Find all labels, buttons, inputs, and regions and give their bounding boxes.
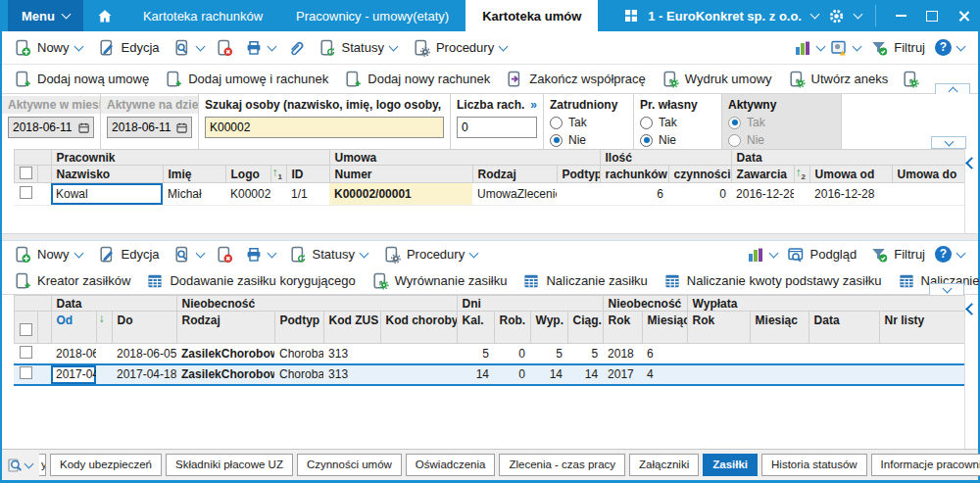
delete-record-button[interactable] [210, 243, 239, 266]
cell-data-wyplata[interactable] [808, 344, 879, 364]
cell-ciag[interactable]: 14 [567, 364, 603, 385]
col-header-wyp[interactable]: Wyp. [530, 312, 567, 344]
cell-wyp[interactable]: 5 [530, 344, 567, 364]
search-record-button[interactable] [168, 243, 210, 266]
cell-rodzaj[interactable]: ZasilekChorobowy [176, 344, 274, 364]
col-header-imie[interactable]: Imię [163, 166, 225, 183]
chevron-down-icon[interactable] [816, 41, 826, 51]
cell-id[interactable]: 1/1 [286, 183, 329, 206]
bottom-tab-informacje-pracownika[interactable]: Informacje pracownika [871, 454, 980, 476]
employed-no-option[interactable]: Nie [550, 131, 627, 149]
chevron-down-icon[interactable] [195, 248, 205, 258]
benefit-equalization-button[interactable]: Wyrównanie zasiłku [364, 269, 515, 293]
gear-icon[interactable] [828, 8, 845, 24]
bottom-tab-zlecenia-czas-pracy[interactable]: Zlecenia - czas pracy [499, 454, 625, 476]
row-checkbox[interactable] [14, 344, 37, 364]
new-button[interactable]: Nowy [6, 243, 90, 266]
cell-kod-choroby[interactable] [380, 364, 457, 385]
search-record-button[interactable] [168, 36, 210, 60]
table-row[interactable]: 2018-06-01 2018-06-05 ZasilekChorobowy C… [2, 344, 964, 364]
cell-od[interactable]: 2018-06-01 [51, 344, 96, 364]
col-header-podtyp[interactable]: Podtyp [557, 166, 600, 183]
checkbox-icon[interactable] [20, 186, 32, 199]
chevron-down-icon[interactable] [853, 41, 862, 51]
tab-kartoteka-umow[interactable]: Kartoteka umów [466, 0, 598, 31]
collapse-panel-left-icon[interactable] [965, 303, 978, 315]
chevron-down-icon[interactable] [359, 248, 368, 258]
cell-rok-wyplata[interactable] [687, 344, 750, 364]
cell-kal[interactable]: 14 [457, 364, 494, 385]
cell-miesiac[interactable]: 4 [642, 364, 687, 385]
cell-ciag[interactable]: 5 [567, 344, 603, 364]
print-contract-button[interactable]: Wydruk umowy [654, 68, 780, 91]
search-person-input[interactable] [210, 121, 439, 134]
cell-zawarcia[interactable]: 2016-12-28 [731, 183, 794, 206]
cell-nr-listy[interactable] [879, 344, 964, 364]
chevron-down-icon[interactable] [267, 41, 276, 51]
col-header-ciag[interactable]: Ciąg. [567, 312, 603, 344]
add-new-contract-button[interactable]: Dodaj nową umowę [6, 68, 157, 91]
apps-grid-icon[interactable] [624, 9, 638, 23]
help-button[interactable]: ? [935, 39, 952, 56]
col-header-zawarcia[interactable]: Zawarcia [731, 166, 794, 183]
chevron-down-icon[interactable] [810, 10, 820, 20]
chevron-down-icon[interactable] [499, 41, 509, 51]
cell-kod-choroby[interactable] [380, 344, 457, 364]
radio-selected-icon[interactable] [550, 134, 563, 147]
col-header-rob[interactable]: Rob. [494, 312, 530, 344]
radio-selected-icon[interactable] [640, 134, 653, 147]
col-header-rok-wyplata[interactable]: Rok [687, 312, 750, 344]
chevron-down-icon[interactable] [854, 10, 863, 20]
cell-kal[interactable]: 5 [457, 344, 494, 364]
edit-button[interactable]: Edycja [90, 243, 168, 266]
own-right-no-option[interactable]: Nie [640, 131, 715, 149]
invoice-count-input[interactable] [462, 121, 532, 134]
cell-rok[interactable]: 2017 [603, 364, 642, 385]
col-header-rachunkow[interactable]: rachunków [600, 166, 668, 183]
cell-miesiac-wyplata[interactable] [750, 364, 808, 385]
add-contract-and-invoice-button[interactable]: Dodaj umowę i rachunek [157, 68, 336, 91]
chevron-down-icon[interactable] [956, 41, 966, 51]
employed-yes-option[interactable]: Tak [550, 114, 627, 131]
cell-logo[interactable]: K00002 [225, 183, 270, 206]
grid-search-button[interactable] [5, 458, 35, 473]
cell-rok[interactable]: 2018 [603, 344, 642, 364]
bottom-tab-oswiadczenia[interactable]: Oświadczenia [406, 454, 496, 476]
col-header-miesiac[interactable]: Miesiąc [642, 312, 687, 344]
date-field-active-on-day[interactable] [107, 117, 192, 138]
checkbox-icon[interactable] [20, 346, 32, 359]
chevron-down-icon[interactable] [74, 41, 83, 51]
menu-button[interactable]: Menu [8, 0, 83, 31]
edit-button[interactable]: Edycja [90, 36, 168, 60]
invoice-count-field[interactable] [457, 117, 537, 138]
col-header-rodzaj[interactable]: Rodzaj [176, 312, 274, 344]
col-header-do[interactable]: Do [112, 312, 176, 344]
col-header-rok[interactable]: Rok [603, 312, 642, 344]
cell-miesiac[interactable]: 6 [642, 344, 687, 364]
cell-wyp[interactable]: 14 [530, 364, 567, 385]
preview-button[interactable]: Podgląd [783, 243, 861, 266]
cell-umowa-do[interactable] [892, 183, 964, 206]
new-button[interactable]: Nowy [6, 36, 90, 60]
attachments-button[interactable] [281, 36, 311, 60]
date-field-active-in-month[interactable] [8, 117, 94, 138]
tab-kartoteka-rachunkow[interactable]: Kartoteka rachunków [126, 0, 279, 31]
procedures-button[interactable]: Procedury [405, 36, 514, 60]
col-header-miesiac-wyplata[interactable]: Miesiąc [750, 312, 808, 344]
tab-pracownicy-umowy[interactable]: Pracownicy - umowy(etaty) [279, 0, 466, 31]
chart-icon[interactable] [747, 246, 764, 264]
cell-umowa-od[interactable]: 2016-12-28 [809, 183, 892, 206]
filter-button[interactable]: Filtruj [866, 243, 929, 266]
calendar-icon[interactable] [176, 121, 187, 134]
col-header-kod-zus[interactable]: Kod ZUS [323, 312, 380, 344]
settings-warning-icon[interactable] [830, 39, 848, 57]
home-button[interactable] [83, 0, 126, 31]
help-button[interactable]: ? [935, 246, 952, 263]
calculate-benefit-button[interactable]: Naliczanie zasiłku [514, 269, 655, 293]
chevron-down-icon[interactable] [956, 248, 966, 258]
bottom-tab-czynnosci-umow[interactable]: Czynności umów [297, 454, 402, 476]
col-header-nr-listy[interactable]: Nr listy [879, 312, 964, 344]
col-header-logo[interactable]: Logo [225, 166, 270, 183]
col-header-podtyp[interactable]: Podtyp [274, 312, 323, 344]
calculate-benefit-base-amount-button[interactable]: Naliczanie kwoty podstawy zasiłku [656, 269, 890, 293]
